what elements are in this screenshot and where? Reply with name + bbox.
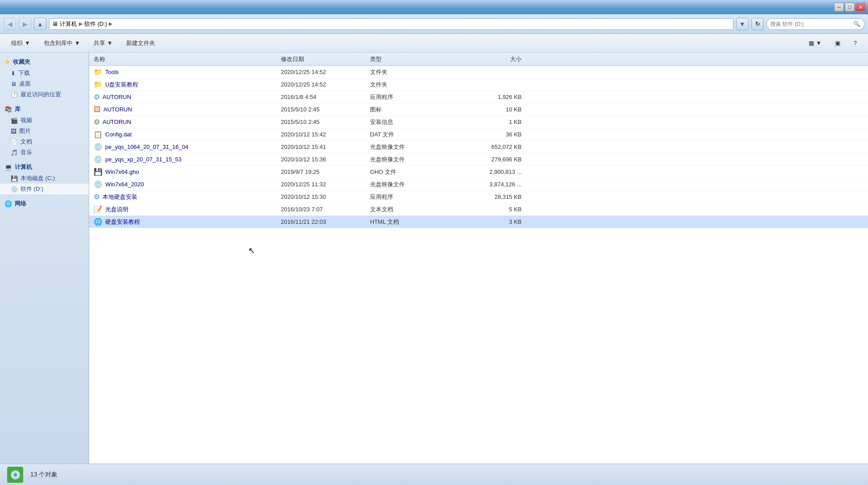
sidebar-item-desktop[interactable]: 🖥 桌面: [0, 78, 89, 89]
file-name: AUTORUN: [103, 119, 131, 125]
file-date-cell: 2020/10/12 15:36: [281, 156, 370, 163]
pictures-label: 图片: [19, 127, 31, 135]
col-name-header[interactable]: 名称: [94, 55, 281, 63]
network-section: 🌐 网络: [0, 198, 89, 210]
maximize-button[interactable]: □: [845, 3, 855, 12]
network-header[interactable]: 🌐 网络: [0, 198, 89, 210]
drive-d-label: 软件 (D:): [21, 185, 43, 193]
table-row[interactable]: 🌐 硬盘安装教程 2016/11/21 22:03 HTML 文档 3 KB: [89, 216, 868, 228]
download-icon: ⬇: [11, 70, 16, 77]
search-box[interactable]: 🔍: [766, 18, 864, 30]
drive-d-icon: 💿: [11, 186, 18, 193]
drive-c-label: 本地磁盘 (C:): [21, 174, 55, 182]
sidebar-item-video[interactable]: 🎬 视频: [0, 115, 89, 126]
up-button[interactable]: ▲: [34, 18, 46, 30]
table-row[interactable]: 📁 Tools 2020/12/25 14:52 文件夹: [89, 66, 868, 78]
table-row[interactable]: 📁 U盘安装教程 2020/12/25 14:52 文件夹: [89, 78, 868, 91]
file-date-cell: 2015/5/10 2:45: [281, 106, 370, 113]
file-type-cell: 文本文档: [370, 206, 450, 214]
breadcrumb[interactable]: 🖥 计算机 ▶ 软件 (D:) ▶: [49, 18, 733, 30]
drive-c-icon: 💾: [11, 175, 18, 182]
sidebar-item-drive-d[interactable]: 💿 软件 (D:): [0, 184, 89, 194]
table-row[interactable]: ⚙ 本地硬盘安装 2020/10/12 15:30 应用程序 28,315 KB: [89, 191, 868, 203]
dropdown-button[interactable]: ▼: [736, 18, 749, 30]
documents-icon: 📄: [11, 139, 18, 145]
new-folder-button[interactable]: 新建文件夹: [120, 37, 161, 50]
table-row[interactable]: ⚙ AUTORUN 2016/1/8 4:54 应用程序 1,926 KB: [89, 91, 868, 103]
file-type-cell: 光盘映像文件: [370, 143, 450, 151]
favorites-label: 收藏夹: [13, 58, 30, 66]
file-type-cell: 光盘映像文件: [370, 156, 450, 164]
library-icon: 📚: [4, 106, 12, 113]
search-input[interactable]: [770, 21, 852, 27]
include-button[interactable]: 包含到库中 ▼: [38, 37, 86, 50]
col-size-header[interactable]: 大小: [450, 55, 522, 63]
share-button[interactable]: 共享 ▼: [88, 37, 119, 50]
breadcrumb-sep2: ▶: [109, 21, 112, 27]
toolbar-right: ▦ ▼ ▣ ?: [803, 37, 863, 50]
file-name: 硬盘安装教程: [105, 218, 140, 226]
statusbar: 💿 13 个对象: [0, 464, 868, 485]
file-type-icon: 🌐: [94, 218, 103, 226]
sidebar-item-music[interactable]: 🎵 音乐: [0, 147, 89, 158]
refresh-button[interactable]: ↻: [751, 18, 764, 30]
computer-header[interactable]: 💻 计算机: [0, 161, 89, 173]
include-label: 包含到库中: [44, 39, 73, 47]
file-name-cell: 🖼 AUTORUN: [94, 106, 281, 114]
file-type-cell: 应用程序: [370, 193, 450, 201]
minimize-button[interactable]: ─: [834, 3, 844, 12]
new-folder-label: 新建文件夹: [126, 39, 155, 47]
col-date-header[interactable]: 修改日期: [281, 55, 370, 63]
file-type-icon: ⚙: [94, 118, 100, 126]
organize-button[interactable]: 组织 ▼: [5, 37, 36, 50]
file-name-cell: 📝 光盘说明: [94, 205, 281, 214]
sidebar-item-recent[interactable]: 🕐 最近访问的位置: [0, 89, 89, 100]
recent-label: 最近访问的位置: [21, 90, 61, 99]
computer-icon: 💻: [4, 164, 12, 171]
forward-button[interactable]: ▶: [19, 18, 31, 30]
close-button[interactable]: ✕: [856, 3, 865, 12]
file-type-cell: DAT 文件: [370, 131, 450, 139]
file-type-cell: 文件夹: [370, 81, 450, 89]
sidebar-item-pictures[interactable]: 🖼 图片: [0, 126, 89, 136]
table-row[interactable]: 📋 Config.dat 2020/10/12 15:42 DAT 文件 36 …: [89, 128, 868, 141]
file-date-cell: 2020/12/25 14:52: [281, 81, 370, 88]
file-size-cell: 652,072 KB: [450, 144, 522, 150]
favorites-header[interactable]: ★ 收藏夹: [0, 56, 89, 68]
favorites-section: ★ 收藏夹 ⬇ 下载 🖥 桌面 🕐 最近访问的位置: [0, 56, 89, 100]
network-icon: 🌐: [4, 200, 12, 207]
help-button[interactable]: ?: [848, 37, 863, 50]
status-app-icon: 💿: [7, 467, 23, 483]
file-type-cell: HTML 文档: [370, 218, 450, 226]
table-row[interactable]: 💿 pe_yqs_xp_20_07_31_15_53 2020/10/12 15…: [89, 153, 868, 166]
library-header[interactable]: 📚 库: [0, 103, 89, 115]
file-type-icon: 📁: [94, 68, 103, 76]
organize-dropdown-icon: ▼: [25, 40, 30, 46]
sidebar-item-documents[interactable]: 📄 文档: [0, 136, 89, 147]
file-name: U盘安装教程: [105, 81, 138, 89]
preview-button[interactable]: ▣: [829, 37, 846, 50]
table-row[interactable]: 💿 Win7x64_2020 2020/12/25 11:32 光盘映像文件 3…: [89, 178, 868, 191]
col-type-header[interactable]: 类型: [370, 55, 450, 63]
file-type-cell: 光盘映像文件: [370, 181, 450, 189]
table-row[interactable]: 📝 光盘说明 2016/10/23 7:07 文本文档 5 KB: [89, 203, 868, 216]
sidebar-item-drive-c[interactable]: 💾 本地磁盘 (C:): [0, 173, 89, 184]
breadcrumb-drive[interactable]: 软件 (D:): [84, 20, 107, 28]
breadcrumb-computer[interactable]: 计算机: [60, 20, 77, 28]
file-name-cell: ⚙ AUTORUN: [94, 93, 281, 101]
status-count: 13 个对象: [30, 471, 58, 479]
file-type-icon: 📝: [94, 205, 103, 214]
file-type-icon: ⚙: [94, 193, 100, 201]
view-button[interactable]: ▦ ▼: [803, 37, 827, 50]
file-name: pe_yqs_xp_20_07_31_15_53: [105, 156, 181, 163]
breadcrumb-sep1: ▶: [79, 21, 82, 27]
file-size-cell: 28,315 KB: [450, 193, 522, 200]
table-row[interactable]: ⚙ AUTORUN 2015/5/10 2:45 安装信息 1 KB: [89, 116, 868, 128]
file-name-cell: 💿 pe_yqs_1064_20_07_31_16_04: [94, 143, 281, 151]
table-row[interactable]: 💾 Win7x64.gho 2019/9/7 19:25 GHO 文件 2,90…: [89, 166, 868, 178]
table-row[interactable]: 🖼 AUTORUN 2015/5/10 2:45 图标 10 KB: [89, 103, 868, 116]
table-row[interactable]: 💿 pe_yqs_1064_20_07_31_16_04 2020/10/12 …: [89, 141, 868, 153]
sidebar-item-download[interactable]: ⬇ 下载: [0, 68, 89, 78]
file-date-cell: 2016/10/23 7:07: [281, 206, 370, 213]
back-button[interactable]: ◀: [4, 18, 16, 30]
